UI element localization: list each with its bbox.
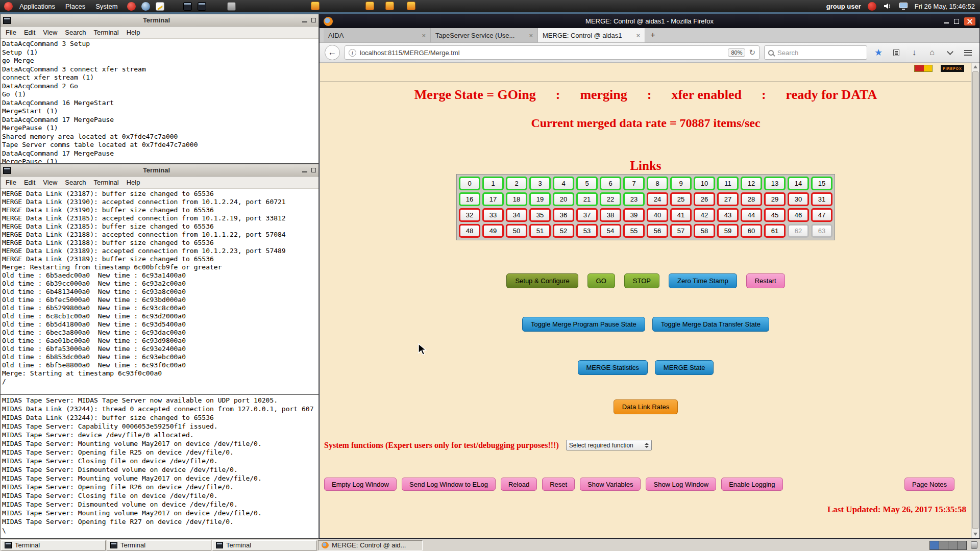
clock[interactable]: Fri 26 May, 15:46:52 — [915, 3, 975, 10]
volume-icon[interactable] — [883, 2, 892, 10]
close-button[interactable] — [964, 17, 975, 26]
menu-item[interactable]: Search — [65, 179, 86, 186]
home-icon[interactable]: ⌂ — [925, 48, 939, 57]
control-button[interactable]: STOP — [624, 273, 659, 288]
link-status-button[interactable]: 9 — [670, 177, 692, 190]
tab-close-icon[interactable]: × — [529, 32, 533, 39]
panel-menu-item[interactable]: Applications — [18, 3, 56, 10]
maximize-button[interactable] — [311, 18, 316, 22]
link-status-button[interactable]: 42 — [694, 208, 715, 222]
tray-app-icon[interactable] — [365, 2, 374, 10]
link-status-button[interactable]: 48 — [459, 224, 480, 238]
link-status-button[interactable]: 60 — [741, 224, 762, 238]
link-status-button[interactable]: 24 — [647, 192, 668, 206]
url-bar[interactable]: i 80% ↻ — [345, 45, 760, 60]
control-button[interactable]: GO — [587, 273, 615, 288]
scroll-down-icon[interactable] — [972, 530, 979, 538]
control-button[interactable]: Restart — [746, 273, 785, 288]
window-titlebar[interactable]: Terminal — [1, 14, 318, 27]
link-status-button[interactable]: 30 — [788, 192, 809, 206]
link-status-button[interactable]: 25 — [670, 192, 692, 206]
link-status-button[interactable]: 22 — [600, 192, 621, 206]
minimize-button[interactable] — [302, 168, 307, 172]
toggle-button[interactable]: Toggle Merge Data Transfer State — [652, 317, 769, 332]
panel-menu-item[interactable]: System — [94, 3, 118, 10]
link-status-button[interactable]: 1 — [482, 177, 504, 190]
link-status-button[interactable]: 12 — [741, 177, 762, 190]
link-status-button[interactable]: 50 — [506, 224, 527, 238]
link-status-button[interactable]: 15 — [811, 177, 832, 190]
link-status-button[interactable]: 28 — [741, 192, 762, 206]
link-status-button[interactable]: 43 — [717, 208, 739, 222]
search-input[interactable] — [777, 49, 867, 57]
menu-item[interactable]: Help — [127, 179, 140, 186]
control-button[interactable]: Setup & Configure — [506, 273, 578, 288]
back-button[interactable]: ← — [325, 45, 340, 60]
link-status-button[interactable]: 7 — [623, 177, 645, 190]
link-status-button[interactable]: 34 — [506, 208, 527, 222]
user-menu[interactable]: group user — [826, 3, 861, 10]
link-status-button[interactable]: 4 — [553, 177, 574, 190]
link-status-button[interactable]: 31 — [811, 192, 832, 206]
link-status-button[interactable]: 16 — [459, 192, 480, 206]
link-status-button[interactable]: 54 — [600, 224, 621, 238]
link-status-button[interactable]: 33 — [482, 208, 504, 222]
site-info-icon[interactable]: i — [349, 49, 356, 57]
minimize-button[interactable] — [302, 18, 307, 22]
link-status-button[interactable]: 56 — [647, 224, 668, 238]
link-status-button[interactable]: 27 — [717, 192, 739, 206]
link-status-button[interactable]: 17 — [482, 192, 504, 206]
maximize-button[interactable] — [311, 168, 316, 172]
link-status-button[interactable]: 5 — [576, 177, 598, 190]
taskbar-window-button[interactable]: MERGE: Control @ aid... — [318, 540, 423, 550]
menu-hamburger-icon[interactable] — [961, 50, 974, 56]
menu-item[interactable]: File — [6, 29, 16, 36]
menu-item[interactable]: Edit — [24, 29, 35, 36]
window-list-icon[interactable] — [198, 2, 206, 11]
workspace-switcher[interactable] — [929, 541, 967, 550]
toggle-button[interactable]: Toggle Merge Program Pause State — [522, 317, 645, 332]
browser-tab[interactable]: AIDA × — [324, 28, 431, 42]
log-button[interactable]: Reload — [501, 478, 537, 491]
log-button[interactable]: Show Variables — [580, 478, 641, 491]
link-status-button[interactable]: 23 — [623, 192, 645, 206]
menu-item[interactable]: View — [43, 179, 57, 186]
link-status-button[interactable]: 32 — [459, 208, 480, 222]
menu-item[interactable]: Help — [127, 29, 140, 36]
update-notifier-icon[interactable] — [868, 2, 876, 11]
workspace-1[interactable] — [930, 541, 939, 549]
link-status-button[interactable]: 26 — [694, 192, 715, 206]
panel-menu-item[interactable]: Places — [64, 3, 86, 10]
distro-menu-icon[interactable] — [4, 2, 13, 11]
tray-app-icon[interactable] — [385, 2, 394, 10]
bookmark-star-icon[interactable]: ★ — [872, 47, 885, 58]
tab-close-icon[interactable]: × — [422, 32, 426, 39]
link-status-button[interactable]: 36 — [553, 208, 574, 222]
system-function-select[interactable]: Select required function — [566, 440, 652, 450]
maximize-button[interactable] — [954, 19, 959, 24]
browser-tab[interactable]: TapeServer Service (Use... × — [431, 28, 538, 42]
link-status-button[interactable]: 19 — [529, 192, 551, 206]
workspace-3[interactable] — [948, 541, 957, 549]
link-status-button[interactable]: 39 — [623, 208, 645, 222]
workspace-2[interactable] — [939, 541, 948, 549]
link-status-button[interactable]: 35 — [529, 208, 551, 222]
link-status-button[interactable]: 47 — [811, 208, 832, 222]
log-button[interactable]: Reset — [542, 478, 575, 491]
display-settings-icon[interactable] — [899, 2, 908, 10]
link-status-button[interactable]: 58 — [694, 224, 715, 238]
link-status-button[interactable]: 52 — [553, 224, 574, 238]
link-status-button[interactable]: 11 — [717, 177, 739, 190]
link-status-button[interactable]: 44 — [741, 208, 762, 222]
taskbar-window-button[interactable]: Terminal — [107, 540, 211, 550]
link-status-button[interactable]: 6 — [600, 177, 621, 190]
link-status-button[interactable]: 40 — [647, 208, 668, 222]
link-status-button[interactable]: 55 — [623, 224, 645, 238]
keyboard-indicator-icon[interactable] — [227, 2, 236, 11]
browser-tab[interactable]: MERGE: Control @ aidas1 × — [538, 28, 645, 42]
link-status-button[interactable]: 14 — [788, 177, 809, 190]
link-status-button[interactable]: 2 — [506, 177, 527, 190]
search-bar[interactable] — [764, 45, 867, 60]
trash-icon[interactable] — [971, 541, 977, 549]
downloads-icon[interactable]: ↓ — [908, 48, 921, 57]
